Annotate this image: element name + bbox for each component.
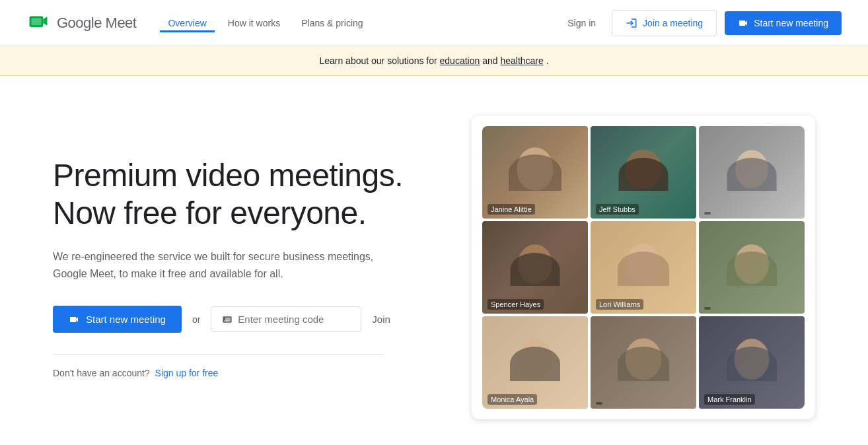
participant-name-4: Spencer Hayes (488, 299, 544, 310)
video-cell-3 (699, 126, 805, 219)
cta-area: Start new meeting or Join (53, 306, 432, 333)
video-cell-4: Spencer Hayes (482, 221, 588, 314)
login-icon (626, 17, 637, 29)
section-divider (53, 354, 383, 355)
hero-title-line2: Now free for everyone. (53, 195, 367, 230)
participant-name-5: Lori Williams (596, 299, 643, 310)
join-meeting-button[interactable]: Join a meeting (612, 10, 717, 36)
video-cell-1: Janine Alittie (482, 126, 588, 219)
participant-name-7: Monica Ayala (488, 394, 537, 405)
no-account-section: Don't have an account? Sign up for free (53, 368, 432, 378)
video-cell-9: Mark Franklin (699, 316, 805, 409)
video-cell-5: Lori Williams (591, 221, 696, 314)
start-new-meeting-label-header: Start new meeting (754, 18, 828, 28)
participant-name-3 (704, 212, 711, 215)
participant-name-1: Janine Alittie (488, 204, 535, 215)
meeting-code-field[interactable] (211, 306, 361, 332)
video-grid-container: Janine Alittie Jeff Stubbs Spencer Haye (472, 116, 815, 419)
nav-overview[interactable]: Overview (160, 14, 214, 32)
video-cell-6 (699, 221, 805, 314)
participant-name-6 (704, 307, 711, 310)
hero-subtitle: We re-engineered the service we built fo… (53, 248, 383, 282)
hero-title-line1: Premium video meetings. (53, 158, 403, 193)
keyboard-icon (222, 314, 233, 325)
start-new-meeting-button-main[interactable]: Start new meeting (53, 306, 182, 333)
hero-section: Premium video meetings. Now free for eve… (53, 156, 432, 378)
header: Google Meet Overview How it works Plans … (0, 0, 868, 46)
banner-period: . (546, 55, 549, 66)
logo-text: Google Meet (57, 15, 136, 32)
banner-and: and (482, 55, 500, 66)
nav-plans-pricing[interactable]: Plans & pricing (293, 14, 371, 32)
video-cell-8 (591, 316, 696, 409)
banner-text: Learn about our solutions for (319, 55, 439, 66)
main-nav: Overview How it works Plans & pricing (160, 14, 371, 32)
start-new-meeting-button-header[interactable]: Start new meeting (725, 11, 842, 35)
camera-icon-header (738, 18, 748, 28)
camera-icon-main (69, 314, 79, 325)
signup-link[interactable]: Sign up for free (155, 368, 219, 378)
header-right: Sign in Join a meeting Start new meeting (560, 10, 842, 36)
google-meet-logo-icon (26, 11, 50, 35)
svg-rect-1 (32, 18, 42, 25)
video-grid: Janine Alittie Jeff Stubbs Spencer Haye (482, 126, 805, 409)
participant-name-2: Jeff Stubbs (596, 204, 639, 215)
video-preview-section: Janine Alittie Jeff Stubbs Spencer Haye (472, 116, 815, 419)
logo-area: Google Meet (26, 11, 136, 35)
nav-how-it-works[interactable]: How it works (220, 14, 288, 32)
meeting-code-input[interactable] (238, 314, 350, 325)
main-content: Premium video meetings. Now free for eve… (0, 76, 868, 445)
participant-name-8 (596, 402, 602, 405)
start-meeting-main-label: Start new meeting (86, 314, 166, 325)
no-account-text: Don't have an account? (53, 368, 150, 378)
hero-title: Premium video meetings. Now free for eve… (53, 156, 432, 232)
announcement-banner: Learn about our solutions for education … (0, 46, 868, 76)
join-button[interactable]: Join (372, 314, 390, 325)
participant-name-9: Mark Franklin (704, 394, 755, 405)
video-cell-7: Monica Ayala (482, 316, 588, 409)
sign-in-button[interactable]: Sign in (560, 13, 604, 34)
banner-education-link[interactable]: education (440, 55, 480, 66)
video-cell-2: Jeff Stubbs (591, 126, 696, 219)
or-label: or (192, 314, 200, 325)
join-meeting-label: Join a meeting (643, 18, 703, 28)
banner-healthcare-link[interactable]: healthcare (500, 55, 543, 66)
